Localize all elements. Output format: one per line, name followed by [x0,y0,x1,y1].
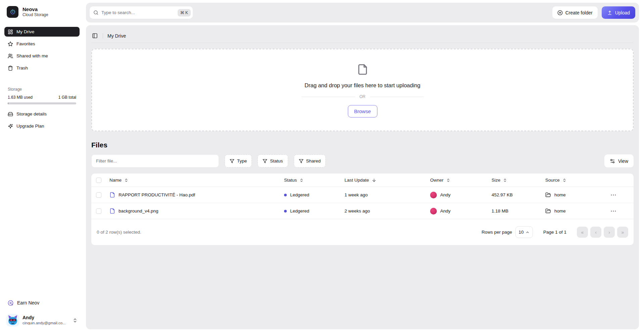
sidebar-item-storage-details[interactable]: Storage details [4,109,80,119]
neova-logo-icon [7,6,18,18]
filter-label: Status [270,158,283,163]
select-all-cell [91,178,105,183]
status-cell: Ledgered [279,208,340,214]
folder-open-icon [545,192,551,198]
sidebar-item-favorites[interactable]: Favorites [4,39,80,49]
table-header-row: Name Status Last Update Owner [91,174,634,187]
row-actions-button[interactable]: ⋯ [602,207,634,215]
page-header: My Drive [91,29,634,43]
files-section-title: Files [91,141,634,149]
dropzone-or-separator: OR [302,94,424,99]
sort-chevrons-icon [503,178,507,182]
filter-status-button[interactable]: Status [258,154,288,168]
separator-line [370,97,424,97]
main: ⌘ K Create folder Upload My Drive [84,0,644,332]
storage-progress-fill [8,102,8,104]
upload-dropzone[interactable]: Drag and drop your files here to start u… [91,49,634,131]
last-update-cell: 2 weeks ago [340,208,425,214]
last-page-button[interactable]: » [617,227,628,238]
global-search[interactable]: ⌘ K [90,6,193,19]
table-row[interactable]: RAPPORT PRODUCTIVITÉ - Hao.pdf Ledgered … [91,187,634,203]
sidebar-item-label: Storage details [16,111,47,116]
sidebar-secondary-nav: Storage details Upgrade Plan [4,109,80,131]
file-name: RAPPORT PRODUCTIVITÉ - Hao.pdf [119,192,195,197]
brand-subtitle: Cloud Storage [22,12,48,17]
file-icon [109,191,115,198]
rows-per-page-value: 10 [518,230,523,235]
column-label: Size [492,178,500,183]
column-label: Status [284,178,297,183]
funnel-icon [230,159,234,163]
selection-summary: 0 of 2 row(s) selected. [97,230,141,235]
sidebar-toggle-button[interactable] [91,32,98,39]
filter-file-input[interactable] [91,154,219,168]
owner-name: Andy [440,192,451,197]
create-folder-button[interactable]: Create folder [552,6,598,19]
status-dot-icon [284,194,287,196]
sidebar: Neova Cloud Storage My Drive Favorites S… [0,0,84,332]
column-label: Source [545,178,560,183]
sidebar-item-shared-with-me[interactable]: Shared with me [4,51,80,61]
column-header-name[interactable]: Name [105,178,279,183]
source-name: home [554,192,566,197]
trash-icon [8,65,13,71]
column-header-source[interactable]: Source [541,178,602,183]
status-cell: Ledgered [279,192,340,197]
user-menu[interactable]: Andy cinquin.andy@gmail.co... [4,313,80,327]
search-input[interactable] [101,10,175,15]
filter-type-button[interactable]: Type [225,154,252,168]
first-page-button[interactable]: « [577,227,588,238]
brand-text: Neova Cloud Storage [22,6,48,18]
upload-button[interactable]: Upload [602,6,635,19]
storage-progress-bar [8,102,76,104]
status-dot-icon [284,210,287,212]
select-all-checkbox[interactable] [96,178,101,183]
upload-icon [607,10,612,15]
sidebar-item-label: My Drive [16,29,34,34]
next-page-button[interactable]: › [604,227,615,238]
create-folder-label: Create folder [565,10,593,15]
circle-plus-icon [557,10,563,15]
sparkles-icon [8,124,13,129]
browse-button[interactable]: Browse [348,105,377,117]
view-options-button[interactable]: View [604,154,634,168]
layout-grid-icon [8,29,13,35]
table-row[interactable]: background_v4.png Ledgered 2 weeks ago A… [91,203,634,219]
previous-page-button[interactable]: ‹ [590,227,601,238]
file-name-cell: RAPPORT PRODUCTIVITÉ - Hao.pdf [105,191,279,198]
column-header-size[interactable]: Size [487,178,541,183]
sidebar-item-label: Favorites [16,41,35,46]
or-label: OR [360,94,366,99]
sort-chevrons-icon [124,178,128,182]
storage-usage: 1.63 MB used 1 GB total [4,95,80,100]
rows-per-page-select[interactable]: 10 [515,226,533,238]
sidebar-item-upgrade-plan[interactable]: Upgrade Plan [4,121,80,131]
sidebar-item-label: Trash [16,65,28,70]
earn-neov-link[interactable]: Earn Neov [4,298,80,308]
source-cell: home [541,192,602,198]
file-icon [357,62,368,77]
storage-used: 1.63 MB used [8,95,33,100]
row-checkbox[interactable] [96,208,101,214]
row-checkbox[interactable] [96,192,101,198]
user-meta: Andy cinquin.andy@gmail.co... [22,315,69,326]
owner-avatar [430,208,437,215]
file-name-cell: background_v4.png [105,207,279,215]
column-header-owner[interactable]: Owner [425,178,487,183]
upload-label: Upload [615,10,630,15]
column-label: Name [109,178,122,183]
sidebar-nav: My Drive Favorites Shared with me Trash [4,27,80,73]
chevrons-up-down-icon [73,318,78,323]
rows-per-page-label: Rows per page [481,230,512,235]
owner-name: Andy [440,208,451,214]
row-actions-button[interactable]: ⋯ [602,191,634,198]
app: Neova Cloud Storage My Drive Favorites S… [0,0,644,332]
sidebar-item-my-drive[interactable]: My Drive [4,27,80,37]
arrow-down-icon [372,178,376,183]
filter-shared-button[interactable]: Shared [294,154,326,168]
chevron-up-icon [525,230,530,234]
brand: Neova Cloud Storage [4,6,80,18]
sidebar-item-trash[interactable]: Trash [4,63,80,73]
column-header-status[interactable]: Status [279,178,340,183]
column-header-last-update[interactable]: Last Update [340,178,425,183]
